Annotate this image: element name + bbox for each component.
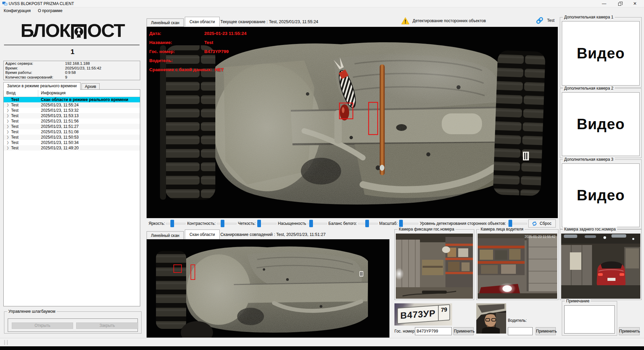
note-group-title: Примечание [565,299,591,303]
contrast-slider-handle[interactable] [221,220,224,227]
saturation-slider-handle[interactable] [309,220,313,227]
scan2-tabs: Линейный скан Скан области [147,230,220,240]
extra-camera-3-video: Видео [562,163,640,227]
tab-realtime-records[interactable]: Записи в режиме реального времени [3,82,80,90]
bottom-edge-strip [0,346,644,350]
window-title: UVSS BLOKPOST PRIZMA CLIENT [9,1,74,6]
scan-overlay-info: Дата:2025-01-23 11:55:24 Название:Test Г… [149,31,247,76]
contrast-slider: Контрастность: [187,220,236,227]
uptime-label: Время работы: [4,70,65,75]
tab-area-scan-top[interactable]: Скан области [185,17,220,27]
scan-link[interactable]: Test [535,16,554,25]
reset-button-label: Сброс [540,221,551,226]
barrier-close-button[interactable]: Закрыть [76,322,138,329]
overlay-date-label: Дата: [149,31,204,36]
extra-camera-2-video: Видео [562,92,640,156]
title-bar: UVSS BLOKPOST PRIZMA CLIENT — ✕ [0,0,644,7]
chevron-right-icon[interactable]: ❯ [6,102,11,108]
logo-divider [4,45,140,45]
sharpness-slider: Четкость: [238,220,276,227]
scan-count-value: 9 [65,75,67,80]
scan1-tabs: Линейный скан Скан области [147,17,220,27]
app-icon [2,1,7,6]
tab-linear-scan-bottom[interactable]: Линейный скан [147,231,184,240]
time-value: 2025/01/23, 11:55:42 [65,66,101,71]
chevron-right-icon[interactable]: ❯ [6,140,11,145]
overlay-driver-label: Водитель: [149,58,204,63]
status-bar [0,338,644,346]
face-camera-title: Камера лица водителя [479,227,525,232]
chevron-right-icon[interactable]: ❯ [6,113,11,118]
overlay-dbmatch-value: НЕТ [215,67,224,72]
match-underbody-scan [147,239,389,338]
table-row[interactable]: ❯Test2025/01/23, 11:50:53 [4,135,140,140]
saturation-slider: Насыщенность [278,220,327,227]
plate-crop-image: В473УР 79 [394,303,452,326]
status-grip [7,340,8,345]
extra-camera-3-title: Дополнительная камера 3 [563,157,615,162]
note-textarea[interactable] [564,305,615,334]
table-row[interactable]: ❯Test2025/01/23, 11:51:08 [4,129,140,135]
reset-cycle-icon [532,221,537,227]
main-underbody-scan: Дата:2025-01-23 11:55:24 Название:Test Г… [147,27,558,218]
detection-level-slider-handle[interactable] [508,220,512,227]
overlay-plate-label: Гос. номер: [149,49,204,54]
logo-text-left: БЛОК [20,19,70,41]
menu-about[interactable]: О программе [35,7,65,14]
warning-icon [401,17,410,24]
scale-slider-handle[interactable] [399,220,403,227]
table-row-selected[interactable]: Test Скан области в режиме реального вре… [4,97,140,102]
chevron-right-icon[interactable]: ❯ [6,108,11,113]
close-button[interactable]: ✕ [629,0,641,7]
chevron-right-icon[interactable]: ❯ [6,135,11,140]
tab-area-scan-bottom[interactable]: Скан области [185,230,220,239]
driver-apply-button[interactable]: Применить [536,327,556,335]
server-address-value: 192.168.1.188 [65,61,90,66]
chevron-right-icon[interactable]: ❯ [6,129,11,135]
table-row[interactable]: ❯Test2025/01/23, 11:49:20 [4,145,140,151]
blokpost-logo: БЛОК ОСТ [3,17,142,44]
tab-archive[interactable]: Архив [82,83,100,90]
foreign-object-warning: Детектирование посторонних объектов [401,17,486,24]
driver-input-label: Водитель: [508,318,527,323]
chevron-right-icon[interactable]: ❯ [6,145,11,151]
reset-button[interactable]: Сброс [528,219,556,228]
face-camera-timestamp: 2025-01-23 11:55:42 [525,235,555,239]
barrier-open-button[interactable]: Открыть [12,322,73,329]
plate-apply-button[interactable]: Применить [453,327,474,335]
driver-input[interactable] [508,327,533,335]
face-camera-image: 2025-01-23 11:55:42 [478,234,557,299]
warning-text: Детектирование посторонних объектов [413,18,486,23]
scan-link-label[interactable]: Test [547,18,554,23]
overlay-name-label: Название: [149,40,204,45]
white-balance-slider-handle[interactable] [365,220,369,227]
brightness-slider-handle[interactable] [170,220,174,227]
table-row[interactable]: ❯Test2025/01/23, 11:55:24 [4,102,140,108]
lane-counter: 1 [3,48,142,56]
tab-linear-scan-top[interactable]: Линейный скан [147,18,184,27]
overlay-date-value: 2025-01-23 11:55:24 [204,31,247,36]
menu-configuration[interactable]: Конфигурация [1,7,34,14]
records-tabs: Записи в режиме реального времени Архив [3,82,100,89]
table-row[interactable]: ❯Test2025/01/23, 11:53:13 [4,113,140,118]
column-entry: Вход [4,90,38,97]
driver-photo [476,303,506,334]
minimize-button[interactable]: — [598,0,610,7]
overlay-dbmatch-label: Сравнение с базой данных: [149,67,215,72]
menu-bar: Конфигурация О программе [0,7,644,14]
note-apply-button[interactable]: Применить [619,327,640,335]
barrier-buttons-panel: Открыть Закрыть [8,318,138,332]
sharpness-slider-handle[interactable] [257,220,261,227]
table-row[interactable]: ❯Test2025/01/23, 11:51:56 [4,118,140,124]
scale-slider: Масштаб: [379,220,419,227]
chevron-right-icon[interactable]: ❯ [6,118,11,124]
restore-button[interactable] [614,0,625,7]
table-row[interactable]: ❯Test2025/01/23, 11:53:32 [4,108,140,113]
table-row[interactable]: ❯Test2025/01/23, 11:50:34 [4,140,140,145]
table-row[interactable]: ❯Test2025/01/23, 11:51:27 [4,124,140,129]
records-table-header: Вход Информация [4,90,140,97]
detection-level-slider: Уровень детектирования сторонних объекто… [420,220,527,227]
column-info: Информация [38,90,65,97]
plate-input[interactable] [415,327,452,335]
chevron-right-icon[interactable]: ❯ [6,124,11,129]
